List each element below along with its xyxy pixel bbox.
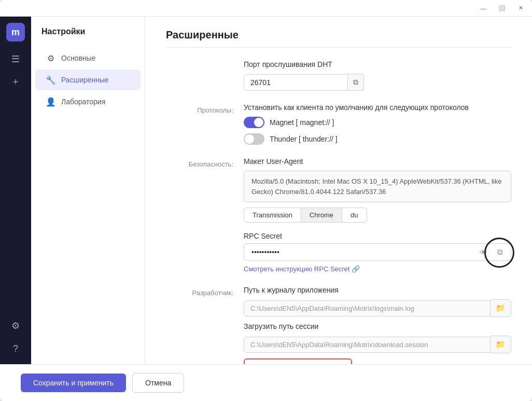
sidebar-item-lab[interactable]: 👤 Лаборатория xyxy=(35,91,141,112)
security-setting-row: Безопасность: Макет User-Agent Mozilla/5… xyxy=(166,157,511,273)
advanced-settings-icon: 🔧 xyxy=(46,75,56,85)
cancel-button[interactable]: Отмена xyxy=(132,373,184,393)
dht-input-group: ⧉ xyxy=(244,74,347,91)
titlebar: — ⬜ ✕ xyxy=(0,0,532,17)
external-link-icon: 🔗 xyxy=(352,265,360,273)
nav-title: Настройки xyxy=(31,27,145,47)
log-path-input[interactable] xyxy=(244,300,491,316)
useragent-title: Макет User-Agent xyxy=(244,157,511,165)
useragent-display: Mozilla/5.0 (Macintosh; Intel Mac OS X 1… xyxy=(244,171,511,202)
protocols-content: Установить как клиента по умолчанию для … xyxy=(244,103,511,145)
copy-rpc-icon: ⧉ xyxy=(497,247,503,257)
add-icon: + xyxy=(13,77,19,88)
rpc-help-text: Смотреть инструкцию RPC Secret xyxy=(244,265,349,273)
rpc-copy-button[interactable]: ⧉ xyxy=(493,245,507,259)
session-path-input[interactable] xyxy=(244,337,491,353)
rpc-reveal-button[interactable]: 👁 xyxy=(476,245,491,259)
developer-content: Путь к журналу приложения 📁 Загрузить пу… xyxy=(244,286,511,364)
log-path-title: Путь к журналу приложения xyxy=(244,286,511,294)
dht-port-input[interactable] xyxy=(244,74,348,91)
menu-icon-btn[interactable]: ☰ xyxy=(6,50,25,68)
help-icon: ? xyxy=(13,343,18,354)
app-window: — ⬜ ✕ m ☰ + ⚙ ? xyxy=(0,0,532,401)
app-body: m ☰ + ⚙ ? Настройки ⚙ Основные xyxy=(0,17,532,364)
security-label: Безопасность: xyxy=(166,157,233,168)
developer-label: Разработчик: xyxy=(166,286,233,297)
lab-icon: 👤 xyxy=(46,96,56,107)
icon-sidebar: m ☰ + ⚙ ? xyxy=(0,17,31,364)
settings-content: Расширенные Порт прослушивания DHT ⧉ xyxy=(145,17,532,364)
dht-content: Порт прослушивания DHT ⧉ xyxy=(244,60,511,91)
session-path-title: Загрузить путь сессии xyxy=(244,322,511,330)
settings-section: Порт прослушивания DHT ⧉ Протоколы: Уста… xyxy=(166,60,511,364)
log-path-group: 📁 xyxy=(244,299,511,317)
app-logo: m xyxy=(6,23,25,42)
rpc-help-link[interactable]: Смотреть инструкцию RPC Secret 🔗 xyxy=(244,265,360,273)
rpc-title: RPC Secret xyxy=(244,232,511,240)
rpc-input-wrap: 👁 ⧉ xyxy=(244,243,511,261)
close-button[interactable]: ✕ xyxy=(513,3,528,13)
preset-chrome-button[interactable]: Chrome xyxy=(301,208,342,223)
dht-copy-button[interactable]: ⧉ xyxy=(348,74,364,91)
ua-presets-group: Transmission Chrome du xyxy=(244,208,511,223)
user-settings-icon-btn[interactable]: ⚙ xyxy=(6,316,25,335)
sidebar-item-basic-label: Основные xyxy=(61,54,95,62)
save-button[interactable]: Сохранить и применить xyxy=(21,374,126,392)
reset-defaults-button[interactable]: Настройки по умолчанию xyxy=(244,358,352,364)
magnet-protocol-item: Magnet [ magnet:// ] xyxy=(244,117,511,128)
menu-icon: ☰ xyxy=(11,53,20,65)
dht-setting-row: Порт прослушивания DHT ⧉ xyxy=(166,60,511,91)
protocols-setting-row: Протоколы: Установить как клиента по умо… xyxy=(166,103,511,145)
action-bar: Сохранить и применить Отмена xyxy=(0,364,532,401)
sidebar-item-advanced[interactable]: 🔧 Расширенные xyxy=(35,70,141,90)
magnet-toggle[interactable] xyxy=(244,117,264,128)
nav-sidebar: Настройки ⚙ Основные 🔧 Расширенные 👤 Лаб… xyxy=(31,17,145,364)
eye-icon: 👁 xyxy=(480,248,487,257)
sidebar-item-lab-label: Лаборатория xyxy=(61,98,105,106)
magnet-toggle-slider xyxy=(244,117,264,128)
security-content: Макет User-Agent Mozilla/5.0 (Macintosh;… xyxy=(244,157,511,273)
folder-session-icon: 📁 xyxy=(496,340,506,349)
minimize-button[interactable]: — xyxy=(476,3,491,13)
thunder-label: Thunder [ thunder:// ] xyxy=(270,135,338,143)
thunder-toggle-slider xyxy=(244,133,264,145)
rpc-actions: 👁 ⧉ xyxy=(476,245,507,259)
rpc-section: RPC Secret 👁 ⧉ xyxy=(244,232,511,273)
sidebar-item-basic[interactable]: ⚙ Основные xyxy=(35,48,141,68)
copy-icon: ⧉ xyxy=(353,78,358,87)
folder-icon: 📁 xyxy=(496,303,506,313)
session-path-group: 📁 xyxy=(244,336,511,353)
user-settings-icon: ⚙ xyxy=(11,320,20,331)
protocols-title: Установить как клиента по умолчанию для … xyxy=(244,103,511,112)
dht-title: Порт прослушивания DHT xyxy=(244,60,511,68)
session-folder-button[interactable]: 📁 xyxy=(491,336,511,353)
thunder-toggle[interactable] xyxy=(244,133,264,145)
protocols-label: Протоколы: xyxy=(166,103,233,114)
sidebar-item-advanced-label: Расширенные xyxy=(61,76,109,84)
help-icon-btn[interactable]: ? xyxy=(6,339,25,358)
developer-setting-row: Разработчик: Путь к журналу приложения 📁… xyxy=(166,286,511,364)
add-icon-btn[interactable]: + xyxy=(6,73,25,91)
rpc-secret-input[interactable] xyxy=(244,243,511,261)
preset-transmission-button[interactable]: Transmission xyxy=(244,208,301,223)
magnet-label: Magnet [ magnet:// ] xyxy=(270,118,334,127)
dht-label xyxy=(166,60,233,63)
maximize-button[interactable]: ⬜ xyxy=(495,3,509,13)
log-folder-button[interactable]: 📁 xyxy=(491,299,511,317)
page-title: Расширенные xyxy=(166,29,511,48)
thunder-protocol-item: Thunder [ thunder:// ] xyxy=(244,133,511,145)
basic-settings-icon: ⚙ xyxy=(46,53,56,63)
preset-du-button[interactable]: du xyxy=(342,208,367,223)
